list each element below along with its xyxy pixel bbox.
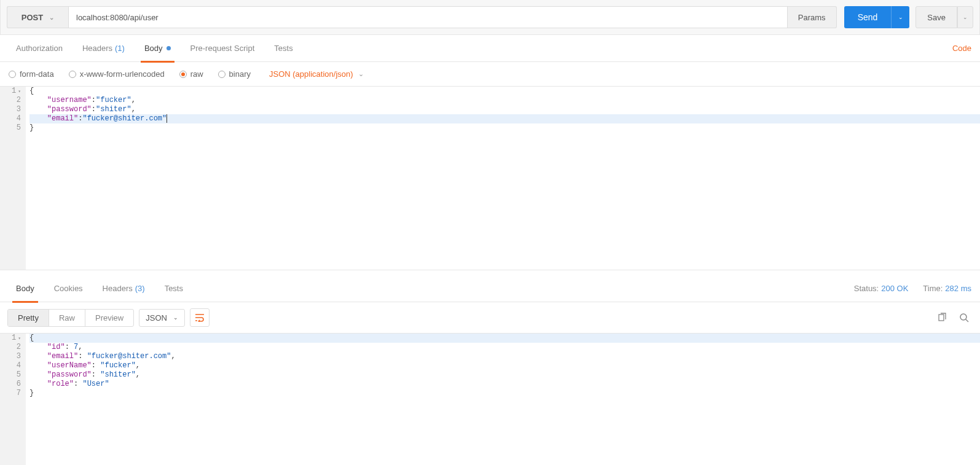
response-status-summary: Status:200 OK Time:282 ms — [854, 284, 971, 293]
save-dropdown-button[interactable]: ⌄ — [957, 6, 973, 28]
send-dropdown-button[interactable]: ⌄ — [891, 6, 909, 28]
chevron-down-icon: ⌄ — [963, 14, 968, 20]
line-gutter: 12345 — [0, 87, 26, 270]
send-button[interactable]: Send — [844, 6, 892, 28]
tab-body[interactable]: Body — [135, 35, 181, 62]
response-toolbar: Pretty Raw Preview JSON ⌄ — [0, 302, 980, 333]
resp-tab-body[interactable]: Body — [6, 275, 44, 302]
status-label: Status:200 OK — [854, 284, 909, 293]
request-bar: POST ⌄ Params Send ⌄ Save ⌄ — [0, 0, 980, 35]
radio-icon — [179, 71, 187, 78]
search-icon — [959, 313, 969, 322]
view-mode-segment: Pretty Raw Preview — [7, 309, 134, 327]
radio-urlencoded[interactable]: x-www-form-urlencoded — [69, 69, 165, 79]
svg-rect-0 — [939, 315, 944, 321]
radio-icon — [69, 71, 76, 78]
response-tabs: Body Cookies Headers (3) Tests Status:20… — [0, 275, 980, 302]
radio-icon — [218, 71, 225, 78]
resp-tab-cookies[interactable]: Cookies — [44, 275, 93, 302]
radio-raw[interactable]: raw — [179, 69, 203, 79]
svg-point-1 — [960, 314, 966, 320]
code-content[interactable]: { "username":"fucker", "password":"shite… — [26, 87, 980, 133]
body-type-row: form-data x-www-form-urlencoded raw bina… — [0, 62, 980, 86]
radio-binary[interactable]: binary — [218, 69, 251, 79]
headers-count-badge: (1) — [115, 44, 125, 53]
tab-authorization[interactable]: Authorization — [6, 35, 73, 62]
wrap-icon — [195, 313, 205, 322]
chevron-down-icon: ⌄ — [898, 14, 903, 20]
http-method-dropdown[interactable]: POST ⌄ — [7, 6, 68, 28]
time-label: Time:282 ms — [923, 284, 971, 293]
wrap-lines-button[interactable] — [190, 308, 210, 327]
view-pretty[interactable]: Pretty — [8, 310, 49, 326]
resp-tab-tests[interactable]: Tests — [155, 275, 193, 302]
radio-icon — [9, 71, 16, 78]
tab-headers[interactable]: Headers (1) — [73, 35, 135, 62]
params-button[interactable]: Params — [788, 6, 837, 28]
view-raw[interactable]: Raw — [49, 310, 85, 326]
http-method-label: POST — [22, 13, 43, 22]
save-button[interactable]: Save — [915, 6, 957, 28]
url-input[interactable] — [68, 6, 788, 28]
line-gutter: 1234567 — [0, 334, 26, 465]
tab-prerequest[interactable]: Pre-request Script — [181, 35, 265, 62]
copy-button[interactable] — [933, 309, 951, 326]
radio-form-data[interactable]: form-data — [9, 69, 54, 79]
chevron-down-icon: ⌄ — [173, 315, 178, 321]
tab-tests[interactable]: Tests — [264, 35, 302, 62]
chevron-down-icon: ⌄ — [358, 70, 364, 78]
unsaved-dot-icon — [167, 46, 171, 50]
request-tabs: Authorization Headers (1) Body Pre-reque… — [0, 35, 980, 62]
view-preview[interactable]: Preview — [85, 310, 133, 326]
search-button[interactable] — [955, 309, 973, 326]
response-body-editor[interactable]: 1234567 { "id": 7, "email": "fucker@shit… — [0, 333, 980, 465]
resp-headers-count-badge: (3) — [135, 284, 145, 293]
code-link[interactable]: Code — [952, 44, 971, 53]
copy-icon — [937, 313, 947, 322]
response-language-dropdown[interactable]: JSON ⌄ — [139, 309, 185, 327]
chevron-down-icon: ⌄ — [49, 14, 54, 21]
request-body-editor[interactable]: 12345 { "username":"fucker", "password":… — [0, 86, 980, 270]
content-type-dropdown[interactable]: JSON (application/json) ⌄ — [269, 69, 364, 79]
code-content: { "id": 7, "email": "fucker@shiter.com",… — [26, 334, 980, 398]
resp-tab-headers[interactable]: Headers (3) — [93, 275, 155, 302]
